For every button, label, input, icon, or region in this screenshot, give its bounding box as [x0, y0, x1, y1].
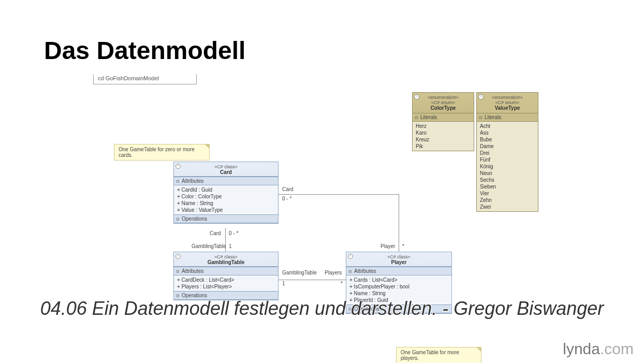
collapse-icon[interactable]: ^	[348, 254, 353, 259]
literal-row: Acht	[480, 123, 535, 129]
gamblingtable-attributes-header[interactable]: Attributes	[174, 267, 278, 275]
player-name: Player	[348, 259, 449, 265]
class-gamblingtable: ^ «C# class» GamblingTable Attributes + …	[173, 252, 279, 300]
valuetype-body: Acht Ass Bube Dame Drei Fünf König Neun …	[477, 122, 538, 211]
card-attributes-header[interactable]: Attributes	[174, 177, 278, 185]
colortype-body: Herz Karo Kreuz Pik	[413, 122, 474, 151]
literal-row: Fünf	[480, 156, 535, 163]
enum-colortype: ^ «enumeration» «C# enum» ColorType Lite…	[412, 92, 474, 151]
literal-row: Pik	[416, 143, 471, 150]
gamblingtable-attributes-body: + CardDeck : List<Card> + Players : List…	[174, 275, 278, 291]
page-title: Das Datenmodell	[44, 36, 245, 65]
player-attributes-header[interactable]: Attributes	[346, 267, 451, 275]
colortype-name: ColorType	[415, 105, 472, 111]
brand-part1: lynda	[563, 340, 600, 357]
class-card: ^ «C# class» Card Attributes + CardId : …	[173, 162, 279, 224]
collapse-icon[interactable]: ^	[175, 164, 181, 169]
literal-row: Ass	[480, 129, 535, 136]
literal-row: Sechs	[480, 177, 535, 183]
valuetype-stereo1: «enumeration»	[479, 95, 536, 100]
assoc-label: *	[402, 243, 404, 249]
collapse-icon[interactable]: ^	[478, 94, 484, 99]
valuetype-name: ValueType	[479, 105, 536, 111]
connector-gambling-player	[279, 280, 346, 280]
assoc-label: *	[341, 281, 343, 286]
colortype-literals-header[interactable]: Literals	[413, 113, 474, 122]
subtitle-caption: 04.06 Ein Datenmodell festlegen und dars…	[24, 298, 620, 320]
valuetype-stereo2: «C# enum»	[479, 100, 536, 105]
literal-row: Vier	[480, 190, 535, 197]
diagram-tab: cd GoFishDomainModel	[93, 74, 197, 84]
brand-logo: lynda.com	[563, 340, 634, 358]
card-operations-header[interactable]: Operations	[174, 214, 278, 223]
assoc-label: Card	[282, 186, 294, 192]
literal-row: Drei	[480, 150, 535, 156]
attr-row: + Name : String	[349, 290, 448, 297]
attr-row: + CardId : Guid	[177, 186, 275, 193]
player-stereotype: «C# class»	[348, 254, 449, 259]
colortype-stereo2: «C# enum»	[415, 100, 472, 105]
literal-row: Bube	[480, 136, 535, 143]
enum-valuetype: ^ «enumeration» «C# enum» ValueType Lite…	[476, 92, 538, 212]
note-players: One GameTable for more players.	[396, 347, 481, 363]
assoc-label: 1	[282, 281, 285, 286]
connector-card-player-h	[279, 194, 399, 195]
literal-row: Zehn	[480, 197, 535, 204]
card-name: Card	[176, 169, 276, 175]
assoc-label: 0 - *	[229, 230, 238, 236]
assoc-label: Card	[210, 230, 221, 236]
collapse-icon[interactable]: ^	[175, 254, 181, 259]
gamblingtable-name: GamblingTable	[176, 259, 276, 265]
attr-row: + Color : ColorType	[177, 193, 275, 200]
note-cards: One GameTable for zero or more cards.	[114, 144, 210, 161]
literal-row: Kreuz	[416, 136, 471, 143]
gamblingtable-stereotype: «C# class»	[176, 254, 276, 259]
literal-row: Karo	[416, 129, 471, 136]
attr-row: + Cards : List<Card>	[349, 277, 448, 283]
attr-row: + Value : ValueType	[177, 207, 275, 213]
literal-row: Neun	[480, 170, 535, 177]
attr-row: + Players : List<Player>	[177, 283, 275, 290]
connector-card-player-v	[399, 194, 399, 252]
colortype-stereo1: «enumeration»	[415, 95, 472, 100]
collapse-icon[interactable]: ^	[414, 94, 419, 99]
card-attributes-body: + CardId : Guid + Color : ColorType + Na…	[174, 185, 278, 214]
attr-row: + CardDeck : List<Card>	[177, 277, 275, 283]
literal-row: Herz	[416, 123, 471, 129]
assoc-label: 0 - *	[282, 196, 291, 201]
attr-row: + IsComputerPlayer : bool	[349, 283, 448, 290]
literal-row: Sieben	[480, 183, 535, 190]
attr-row: + Name : String	[177, 200, 275, 207]
assoc-label: Players	[325, 270, 342, 275]
valuetype-literals-header[interactable]: Literals	[477, 113, 538, 122]
brand-part2: .com	[600, 340, 634, 357]
literal-row: Dame	[480, 143, 535, 150]
literal-row: König	[480, 163, 535, 170]
assoc-label: Player	[380, 243, 395, 249]
assoc-label: 1	[229, 243, 232, 249]
literal-row: Zwei	[480, 204, 535, 210]
card-stereotype: «C# class»	[176, 164, 276, 169]
assoc-label: GamblingTable	[192, 243, 226, 249]
assoc-label: GamblingTable	[282, 270, 317, 275]
